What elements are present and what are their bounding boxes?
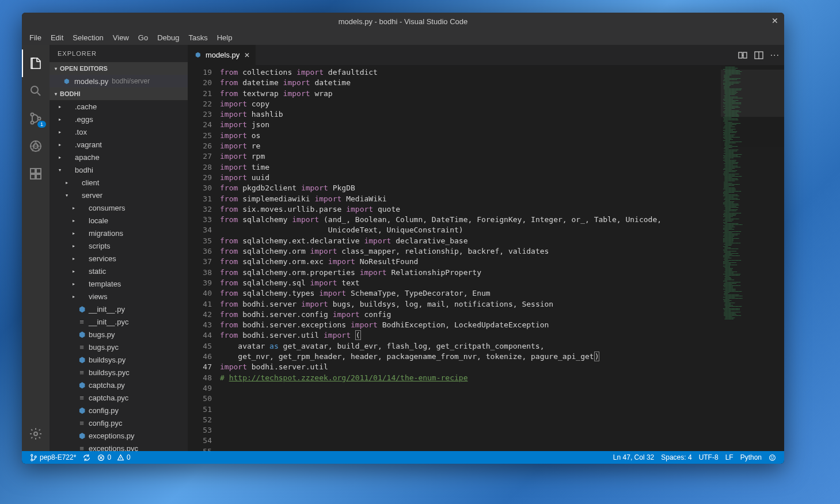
language-mode[interactable]: Python bbox=[737, 453, 765, 461]
search-icon[interactable] bbox=[22, 77, 50, 105]
titlebar[interactable]: models.py - bodhi - Visual Studio Code ✕ bbox=[22, 13, 784, 30]
file-item[interactable]: ⬢__init__.py bbox=[50, 303, 188, 315]
chevron-icon: ▸ bbox=[56, 117, 63, 122]
workspace-section[interactable]: ▾ BODHI bbox=[50, 87, 188, 100]
settings-gear-icon[interactable] bbox=[22, 420, 50, 448]
tree-label: static bbox=[89, 267, 106, 276]
folder-item[interactable]: ▸client bbox=[50, 176, 188, 189]
folder-item[interactable]: ▸.eggs bbox=[50, 113, 188, 125]
file-item[interactable]: ⬢exceptions.py bbox=[50, 429, 188, 442]
tree-label: exceptions.pyc bbox=[89, 444, 138, 452]
binary-file-icon: ≡ bbox=[77, 444, 86, 452]
folder-item[interactable]: ▸views bbox=[50, 290, 188, 303]
python-file-icon: ⬢ bbox=[77, 432, 86, 440]
compare-icon[interactable] bbox=[738, 51, 747, 60]
menu-tasks[interactable]: Tasks bbox=[184, 32, 212, 44]
file-item[interactable]: ≡buildsys.pyc bbox=[50, 366, 188, 379]
file-item[interactable]: ⬢buildsys.py bbox=[50, 353, 188, 366]
tree-label: captcha.py bbox=[89, 381, 125, 390]
folder-item[interactable]: ▸.vagrant bbox=[50, 138, 188, 151]
chevron-icon: ▸ bbox=[56, 129, 63, 135]
svg-point-18 bbox=[770, 455, 776, 460]
open-editors-label: OPEN EDITORS bbox=[60, 65, 108, 72]
split-editor-icon[interactable] bbox=[754, 51, 763, 60]
file-item[interactable]: ⬢config.py bbox=[50, 404, 188, 417]
folder-item[interactable]: ▸.cache bbox=[50, 100, 188, 113]
file-item[interactable]: ≡captcha.pyc bbox=[50, 391, 188, 404]
feedback-icon[interactable] bbox=[765, 453, 780, 461]
encoding[interactable]: UTF-8 bbox=[695, 453, 722, 461]
svg-point-0 bbox=[31, 86, 38, 93]
svg-rect-9 bbox=[36, 174, 41, 179]
folder-item[interactable]: ▸consumers bbox=[50, 201, 188, 214]
menu-file[interactable]: File bbox=[25, 32, 46, 44]
tab-bar: ⬢ models.py ✕ ··· bbox=[188, 45, 784, 65]
svg-rect-8 bbox=[31, 174, 35, 179]
menu-edit[interactable]: Edit bbox=[46, 32, 68, 44]
close-tab-icon[interactable]: ✕ bbox=[244, 51, 250, 59]
menu-debug[interactable]: Debug bbox=[153, 32, 184, 44]
source-control-icon[interactable]: 1 bbox=[22, 105, 50, 132]
line-gutter: 1920212223242526272829303132333435363738… bbox=[188, 65, 220, 451]
binary-file-icon: ≡ bbox=[77, 343, 86, 352]
svg-point-20 bbox=[773, 456, 774, 457]
file-item[interactable]: ≡exceptions.pyc bbox=[50, 442, 188, 451]
python-file-icon: ⬢ bbox=[62, 77, 71, 86]
problems[interactable]: 0 0 bbox=[94, 453, 134, 461]
folder-item[interactable]: ▸services bbox=[50, 252, 188, 265]
menu-view[interactable]: View bbox=[108, 32, 134, 44]
file-item[interactable]: ≡bugs.pyc bbox=[50, 341, 188, 353]
cursor-position[interactable]: Ln 47, Col 32 bbox=[610, 453, 657, 461]
activitybar: 1 bbox=[22, 45, 50, 451]
tab-models-py[interactable]: ⬢ models.py ✕ bbox=[188, 45, 256, 65]
git-branch[interactable]: pep8-E722* bbox=[26, 453, 79, 461]
tree-label: views bbox=[89, 292, 108, 301]
folder-item[interactable]: ▾server bbox=[50, 189, 188, 201]
tree-label: scripts bbox=[89, 242, 111, 250]
file-item[interactable]: ≡__init__.pyc bbox=[50, 315, 188, 328]
tree-label: templates bbox=[89, 280, 121, 288]
python-file-icon: ⬢ bbox=[77, 406, 86, 415]
indentation[interactable]: Spaces: 4 bbox=[657, 453, 695, 461]
folder-item[interactable]: ▸templates bbox=[50, 277, 188, 290]
folder-item[interactable]: ▸.tox bbox=[50, 125, 188, 138]
vscode-window: models.py - bodhi - Visual Studio Code ✕… bbox=[22, 13, 784, 464]
folder-item[interactable]: ▸scripts bbox=[50, 239, 188, 252]
menu-go[interactable]: Go bbox=[134, 32, 153, 44]
chevron-icon: ▸ bbox=[70, 256, 77, 261]
sync-button[interactable] bbox=[79, 454, 94, 461]
open-editors-section[interactable]: ▾ OPEN EDITORS bbox=[50, 62, 188, 75]
more-actions-icon[interactable]: ··· bbox=[770, 50, 780, 60]
tree-label: migrations bbox=[89, 229, 123, 238]
window-close-button[interactable]: ✕ bbox=[771, 16, 778, 25]
tree-label: .tox bbox=[75, 128, 87, 136]
tree-label: apache bbox=[75, 153, 100, 162]
editor-body[interactable]: 1920212223242526272829303132333435363738… bbox=[188, 65, 784, 451]
explorer-icon[interactable] bbox=[22, 49, 50, 77]
tree-label: consumers bbox=[89, 204, 126, 212]
binary-file-icon: ≡ bbox=[77, 394, 86, 402]
code-content[interactable]: from collections import defaultdictfrom … bbox=[220, 65, 721, 451]
menu-help[interactable]: Help bbox=[212, 32, 237, 44]
open-editor-item[interactable]: ⬢ models.py bodhi/server bbox=[50, 75, 188, 87]
tree-label: captcha.pyc bbox=[89, 394, 128, 402]
folder-item[interactable]: ▸locale bbox=[50, 214, 188, 227]
workspace-label: BODHI bbox=[60, 90, 80, 97]
folder-item[interactable]: ▾bodhi bbox=[50, 163, 188, 176]
tree-label: .cache bbox=[75, 102, 97, 111]
eol[interactable]: LF bbox=[722, 453, 737, 461]
file-item[interactable]: ⬢captcha.py bbox=[50, 379, 188, 391]
file-item[interactable]: ⬢bugs.py bbox=[50, 328, 188, 341]
extensions-icon[interactable] bbox=[22, 160, 50, 188]
minimap[interactable]: ▬▬▬▬▬▬▬▬▬▬▬▬▬▬ ▬▬▬▬▬▬▬▬▬▬▬▬▬▬▬▬▬▬ ▬▬▬▬▬▬… bbox=[721, 65, 784, 451]
folder-item[interactable]: ▸static bbox=[50, 265, 188, 277]
file-item[interactable]: ≡config.pyc bbox=[50, 417, 188, 429]
python-file-icon: ⬢ bbox=[77, 356, 86, 364]
debug-icon[interactable] bbox=[22, 132, 50, 160]
menu-selection[interactable]: Selection bbox=[68, 32, 108, 44]
folder-item[interactable]: ▸apache bbox=[50, 151, 188, 163]
chevron-icon: ▸ bbox=[70, 231, 77, 236]
folder-item[interactable]: ▸migrations bbox=[50, 227, 188, 239]
tree-label: .vagrant bbox=[75, 140, 102, 149]
svg-rect-6 bbox=[31, 169, 35, 173]
